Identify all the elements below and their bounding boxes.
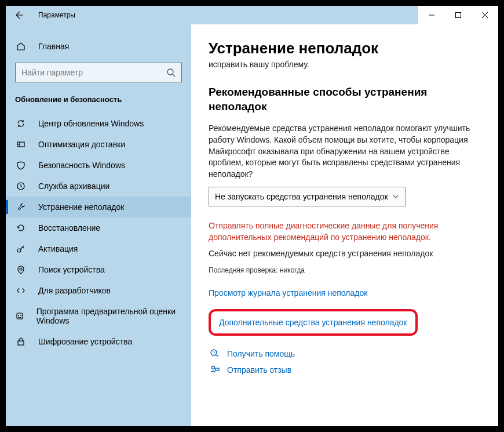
sidebar-item-windows-security[interactable]: Безопасность Windows (6, 155, 191, 176)
sidebar-item-delivery-optimization[interactable]: Оптимизация доставки (6, 134, 191, 155)
nav-label: Восстановление (38, 223, 100, 233)
diagnostic-notice: Отправлять полные диагностические данные… (209, 220, 484, 243)
sync-icon (15, 119, 27, 128)
svg-rect-1 (456, 13, 461, 18)
svg-point-16 (212, 366, 215, 369)
home-label: Главная (38, 42, 69, 51)
nav-label: Безопасность Windows (38, 161, 125, 170)
window-controls (418, 6, 498, 24)
sidebar: Главная Обновление и безопасность Центр … (6, 24, 191, 426)
sidebar-item-developers[interactable]: Для разработчиков (6, 280, 191, 301)
key-icon (15, 244, 27, 253)
insider-icon (15, 311, 25, 321)
help-icon: ? (209, 348, 221, 359)
sidebar-item-find-device[interactable]: Поиск устройства (6, 259, 191, 280)
section-title: Рекомендованные способы устранения непол… (209, 85, 484, 114)
svg-point-9 (20, 268, 22, 270)
home-icon (15, 42, 27, 51)
nav-label: Центр обновления Windows (38, 119, 144, 128)
svg-point-11 (18, 315, 19, 316)
minimize-button[interactable] (418, 6, 445, 24)
wrench-icon (15, 202, 27, 212)
nav-label: Оптимизация доставки (38, 140, 125, 149)
help-label: Получить помощь (227, 349, 295, 358)
search-input[interactable] (21, 68, 166, 77)
dropdown-value: Не запускать средства устранения неполад… (215, 192, 392, 201)
page-title: Устранение неполадок (209, 39, 484, 57)
close-button[interactable] (472, 6, 498, 24)
sidebar-item-troubleshoot[interactable]: Устранение неполадок (6, 197, 191, 217)
svg-rect-13 (18, 341, 24, 345)
maximize-icon (455, 12, 461, 18)
page-subtitle: исправить вашу проблему. (209, 60, 484, 69)
additional-troubleshooters-link[interactable]: Дополнительные средства устранения непол… (219, 318, 407, 327)
search-icon (166, 68, 176, 77)
code-icon (15, 286, 27, 295)
svg-rect-17 (216, 368, 219, 371)
nav-label: Поиск устройства (38, 265, 105, 274)
nav-label: Устранение неполадок (38, 202, 124, 212)
svg-line-5 (173, 74, 175, 77)
arrow-left-icon (15, 10, 24, 20)
nav-label: Шифрование устройства (38, 337, 132, 346)
status-text: Сейчас нет рекомендуемых средств устране… (209, 248, 484, 260)
troubleshoot-mode-dropdown[interactable]: Не запускать средства устранения неполад… (209, 187, 406, 206)
feedback-label: Отправить отзыв (227, 365, 291, 375)
last-check-text: Последняя проверка: никогда (209, 266, 484, 274)
sidebar-section-header: Обновление и безопасность (6, 93, 191, 113)
location-icon (15, 265, 27, 274)
search-box[interactable] (15, 63, 182, 82)
svg-point-12 (20, 315, 21, 316)
sidebar-item-windows-update[interactable]: Центр обновления Windows (6, 113, 191, 134)
svg-point-4 (167, 69, 173, 75)
nav-label: Для разработчиков (38, 286, 111, 295)
get-help-link[interactable]: ? Получить помощь (209, 348, 484, 359)
back-button[interactable] (6, 6, 34, 24)
shield-icon (15, 161, 27, 170)
backup-icon (15, 181, 27, 191)
sidebar-item-insider[interactable]: Программа предварительной оценки Windows (6, 301, 191, 331)
body: Главная Обновление и безопасность Центр … (6, 24, 498, 426)
sidebar-item-encryption[interactable]: Шифрование устройства (6, 331, 191, 352)
sidebar-item-backup[interactable]: Служба архивации (6, 176, 191, 197)
nav-label: Программа предварительной оценки Windows (36, 307, 182, 325)
home-item[interactable]: Главная (6, 37, 191, 56)
svg-text:?: ? (213, 350, 216, 355)
window-title: Параметры (38, 11, 75, 19)
nav-label: Активация (38, 244, 78, 253)
feedback-link[interactable]: Отправить отзыв (209, 365, 484, 375)
description-text: Рекомендуемые средства устранения непола… (209, 123, 484, 180)
sidebar-item-recovery[interactable]: Восстановление (6, 217, 191, 238)
close-icon (482, 12, 488, 18)
chevron-down-icon (392, 193, 399, 200)
history-link[interactable]: Просмотр журнала устранения неполадок (209, 288, 484, 297)
titlebar: Параметры (6, 6, 498, 24)
delivery-icon (15, 140, 27, 149)
highlight-box: Дополнительные средства устранения непол… (209, 309, 418, 336)
main-content: Устранение неполадок исправить вашу проб… (191, 24, 498, 426)
settings-window: Параметры Главная Обновление и безопасно… (0, 0, 504, 432)
nav-label: Служба архивации (38, 181, 109, 191)
maximize-button[interactable] (445, 6, 472, 24)
recovery-icon (15, 223, 27, 233)
lock-icon (15, 337, 27, 346)
minimize-icon (429, 12, 434, 18)
feedback-icon (209, 365, 221, 375)
sidebar-item-activation[interactable]: Активация (6, 238, 191, 259)
